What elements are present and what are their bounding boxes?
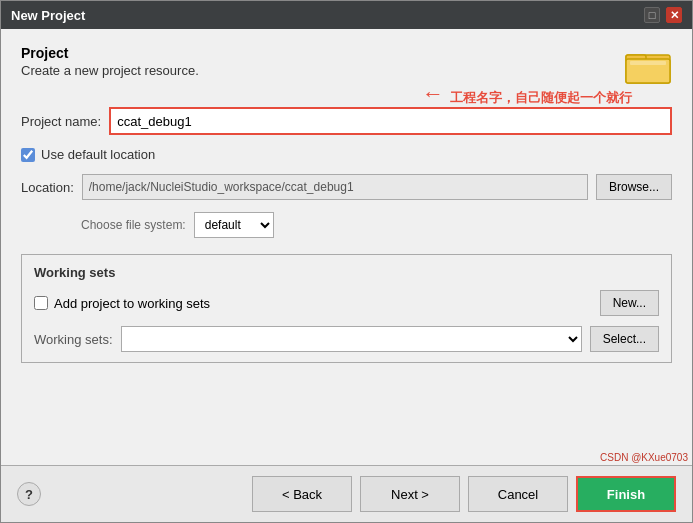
filesystem-select[interactable]: default [194,212,274,238]
next-button[interactable]: Next > [360,476,460,512]
working-sets-row-left: Add project to working sets [34,296,210,311]
folder-icon [624,45,672,85]
svg-rect-3 [630,61,666,65]
finish-button[interactable]: Finish [576,476,676,512]
use-default-location-label: Use default location [41,147,155,162]
back-button[interactable]: < Back [252,476,352,512]
working-sets-row: Add project to working sets New... [34,290,659,316]
filesystem-row: Choose file system: default [21,212,672,238]
footer-left: ? [17,482,41,506]
location-input[interactable] [82,174,588,200]
minimize-button[interactable]: □ [644,7,660,23]
dialog-title: New Project [11,8,85,23]
working-sets-dropdown-row: Working sets: Select... [34,326,659,352]
footer: ? < Back Next > Cancel Finish [1,465,692,522]
dialog-content: Project Create a new project resource. ←… [1,29,692,465]
use-default-location-checkbox[interactable] [21,148,35,162]
title-bar: New Project □ ✕ [1,1,692,29]
browse-button[interactable]: Browse... [596,174,672,200]
window-controls: □ ✕ [644,7,682,23]
project-header: Project Create a new project resource. [21,45,672,85]
add-to-working-sets-label: Add project to working sets [54,296,210,311]
location-label: Location: [21,180,74,195]
annotation: ← 工程名字，自己随便起一个就行 [422,81,632,107]
filesystem-label: Choose file system: [81,218,186,232]
project-name-label: Project name: [21,114,101,129]
project-name-row: Project name: [21,107,672,135]
footer-buttons: < Back Next > Cancel Finish [252,476,676,512]
help-button[interactable]: ? [17,482,41,506]
add-to-working-sets-checkbox[interactable] [34,296,48,310]
watermark: CSDN @KXue0703 [596,450,692,465]
annotation-arrow-icon: ← [422,81,444,107]
use-default-location-row: Use default location [21,147,672,162]
new-working-set-button[interactable]: New... [600,290,659,316]
project-header-text: Project Create a new project resource. [21,45,199,78]
project-name-input[interactable] [109,107,672,135]
annotation-text: 工程名字，自己随便起一个就行 [450,89,632,107]
close-button[interactable]: ✕ [666,7,682,23]
working-sets-title: Working sets [34,265,659,280]
select-working-set-button[interactable]: Select... [590,326,659,352]
working-sets-section: Working sets Add project to working sets… [21,254,672,363]
new-project-dialog: New Project □ ✕ Project Create a new pro… [0,0,693,523]
working-sets-dropdown[interactable] [121,326,582,352]
section-heading: Project [21,45,199,61]
section-description: Create a new project resource. [21,63,199,78]
cancel-button[interactable]: Cancel [468,476,568,512]
location-row: Location: Browse... [21,174,672,200]
working-sets-label: Working sets: [34,332,113,347]
